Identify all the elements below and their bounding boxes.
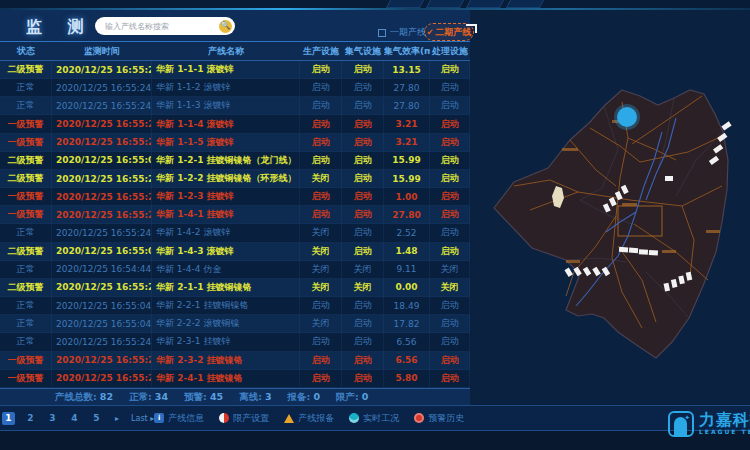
status-badge: 二级预警 — [0, 279, 52, 296]
row-efficiency: 6.56 — [384, 352, 430, 369]
phase1-checkbox[interactable]: 一期产线 — [378, 26, 426, 39]
table-row[interactable]: 二级预警 2020/12/25 16:55:24 华新 2-1-1 挂镀铜镍铬 … — [0, 279, 470, 297]
stat-label: 限产: — [336, 391, 359, 404]
row-time: 2020/12/25 16:55:24 — [52, 61, 152, 78]
row-gas-state: 启动 — [342, 243, 384, 260]
table-row[interactable]: 二级预警 2020/12/25 16:55:04 华新 1-2-1 挂镀铜镍铬（… — [0, 152, 470, 170]
logo-icon: ✦ — [668, 411, 694, 437]
search-icon[interactable]: 🔍 — [219, 20, 232, 33]
page-number[interactable]: 4 — [68, 412, 81, 425]
stat-item: 报备: 0 — [288, 391, 320, 404]
table-row[interactable]: 正常 2020/12/25 16:55:24 华新 2-3-1 挂镀锌 启动 启… — [0, 333, 470, 351]
checkbox-icon — [378, 29, 386, 37]
page-number[interactable]: 5 — [90, 412, 103, 425]
row-production-state: 启动 — [300, 152, 342, 169]
row-efficiency: 17.82 — [384, 315, 430, 332]
status-badge: 一级预警 — [0, 115, 52, 132]
row-time: 2020/12/25 16:55:04 — [52, 152, 152, 169]
row-gas-state: 关闭 — [342, 261, 384, 278]
row-efficiency: 1.48 — [384, 243, 430, 260]
row-treatment-state: 启动 — [430, 315, 470, 332]
table-row[interactable]: 一级预警 2020/12/25 16:55:24 华新 2-4-1 挂镀镍铬 启… — [0, 370, 470, 388]
toolbar-button[interactable]: 产线报备 — [284, 412, 334, 425]
status-badge: 一级预警 — [0, 370, 52, 387]
row-gas-state: 启动 — [342, 370, 384, 387]
page-number[interactable]: 1 — [2, 412, 15, 425]
row-gas-state: 启动 — [342, 79, 384, 96]
row-time: 2020/12/25 16:55:24 — [52, 97, 152, 114]
toolbar-button[interactable]: 预警历史 — [414, 412, 464, 425]
row-treatment-state: 启动 — [430, 243, 470, 260]
stat-label: 正常: — [129, 391, 152, 404]
table-row[interactable]: 正常 2020/12/25 16:55:04 华新 2-2-1 挂镀铜镍铬 启动… — [0, 297, 470, 315]
phase1-label: 一期产线 — [390, 26, 426, 39]
row-production-state: 启动 — [300, 206, 342, 223]
toolbar-label: 产线报备 — [298, 412, 334, 425]
table-row[interactable]: 二级预警 2020/12/25 16:55:04 华新 1-4-3 滚镀锌 关闭… — [0, 243, 470, 261]
table-row[interactable]: 二级预警 2020/12/25 16:55:24 华新 1-1-1 滚镀锌 启动… — [0, 61, 470, 79]
row-gas-state: 关闭 — [342, 279, 384, 296]
row-time: 2020/12/25 16:55:24 — [52, 115, 152, 132]
row-time: 2020/12/25 16:55:04 — [52, 243, 152, 260]
stat-value: 45 — [210, 391, 223, 404]
row-efficiency: 27.80 — [384, 97, 430, 114]
table-row[interactable]: 一级预警 2020/12/25 16:55:24 华新 1-4-1 挂镀锌 启动… — [0, 206, 470, 224]
row-efficiency: 3.21 — [384, 115, 430, 132]
status-badge: 正常 — [0, 224, 52, 241]
last-page-button[interactable]: Last ▸ — [131, 414, 154, 423]
row-line-name: 华新 1-4-3 滚镀锌 — [152, 243, 300, 260]
row-time: 2020/12/25 16:55:04 — [52, 297, 152, 314]
row-efficiency: 27.80 — [384, 79, 430, 96]
table-row[interactable]: 正常 2020/12/25 16:55:24 华新 1-1-2 滚镀锌 启动 启… — [0, 79, 470, 97]
row-efficiency: 2.52 — [384, 224, 430, 241]
table-row[interactable]: 一级预警 2020/12/25 16:55:24 华新 1-1-5 滚镀锌 启动… — [0, 134, 470, 152]
page-number[interactable]: 3 — [46, 412, 59, 425]
row-efficiency: 3.21 — [384, 134, 430, 151]
page-number[interactable]: 2 — [24, 412, 37, 425]
row-treatment-state: 启动 — [430, 115, 470, 132]
toolbar-button[interactable]: 实时工况 — [349, 412, 399, 425]
search-input[interactable] — [105, 22, 219, 31]
col-gas-collection: 集气设施 — [342, 45, 384, 58]
table-row[interactable]: 二级预警 2020/12/25 16:55:24 华新 1-2-2 挂镀铜镍铬（… — [0, 170, 470, 188]
table-row[interactable]: 正常 2020/12/25 16:55:24 华新 1-4-2 滚镀锌 关闭 启… — [0, 224, 470, 242]
map-alert-marker[interactable] — [617, 107, 637, 127]
toolbar-button[interactable]: i 产线信息 — [154, 412, 204, 425]
table-row[interactable]: 一级预警 2020/12/25 16:55:24 华新 2-3-2 挂镀镍铬 启… — [0, 352, 470, 370]
status-badge: 正常 — [0, 297, 52, 314]
brand-logo: ✦ 力嘉科技 LEAGUE TECH — [668, 411, 750, 437]
status-badge: 一级预警 — [0, 188, 52, 205]
row-time: 2020/12/25 16:55:24 — [52, 134, 152, 151]
row-line-name: 华新 2-2-2 滚镀铜镍 — [152, 315, 300, 332]
stat-item: 正常: 34 — [129, 391, 168, 404]
row-treatment-state: 启动 — [430, 352, 470, 369]
row-production-state: 启动 — [300, 79, 342, 96]
row-gas-state: 启动 — [342, 224, 384, 241]
toolbar-button[interactable]: 限产设置 — [219, 412, 269, 425]
row-gas-state: 启动 — [342, 315, 384, 332]
table-row[interactable]: 一级预警 2020/12/25 16:55:24 华新 1-1-4 滚镀锌 启动… — [0, 115, 470, 133]
status-badge: 二级预警 — [0, 61, 52, 78]
table-row[interactable]: 正常 2020/12/25 16:55:24 华新 1-1-3 滚镀锌 启动 启… — [0, 97, 470, 115]
monitor-table: 二级预警 2020/12/25 16:55:24 华新 1-1-1 滚镀锌 启动… — [0, 61, 470, 388]
stat-value: 0 — [362, 391, 369, 404]
table-row[interactable]: 正常 2020/12/25 16:54:44 华新 1-4-4 仿金 关闭 关闭… — [0, 261, 470, 279]
row-line-name: 华新 1-4-2 滚镀锌 — [152, 224, 300, 241]
toolbar-label: 预警历史 — [428, 412, 464, 425]
table-header: 状态 监测时间 产线名称 生产设施 集气设施 集气效率(m³/s) 处理设施 — [0, 42, 470, 61]
table-row[interactable]: 一级预警 2020/12/25 16:55:24 华新 1-2-3 挂镀锌 启动… — [0, 188, 470, 206]
status-badge: 正常 — [0, 79, 52, 96]
row-efficiency: 5.80 — [384, 370, 430, 387]
table-row[interactable]: 正常 2020/12/25 16:55:04 华新 2-2-2 滚镀铜镍 关闭 … — [0, 315, 470, 333]
district-map[interactable] — [470, 10, 750, 405]
row-line-name: 华新 1-2-3 挂镀锌 — [152, 188, 300, 205]
col-treatment: 处理设施 — [430, 45, 470, 58]
row-efficiency: 15.99 — [384, 152, 430, 169]
next-page-icon[interactable]: ▸ — [115, 414, 119, 423]
bottom-strip — [0, 431, 750, 450]
row-line-name: 华新 1-2-2 挂镀铜镍铬（环形线） — [152, 170, 300, 187]
row-efficiency: 0.00 — [384, 279, 430, 296]
toolbar-label: 限产设置 — [233, 412, 269, 425]
stat-label: 产线总数: — [55, 391, 97, 404]
status-badge: 正常 — [0, 261, 52, 278]
